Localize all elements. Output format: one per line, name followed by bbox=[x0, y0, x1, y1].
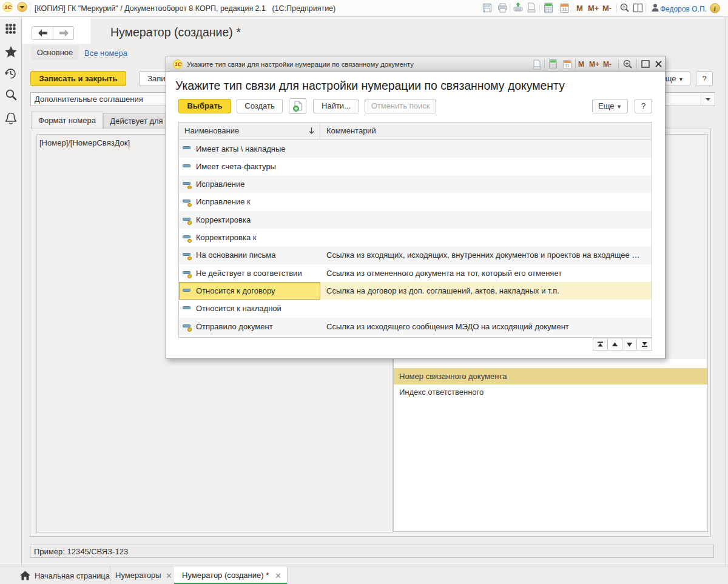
svg-text:31: 31 bbox=[562, 7, 567, 12]
svg-text:31: 31 bbox=[565, 64, 570, 68]
svg-text:1С: 1С bbox=[175, 61, 182, 67]
svg-text:1С: 1С bbox=[4, 4, 12, 10]
